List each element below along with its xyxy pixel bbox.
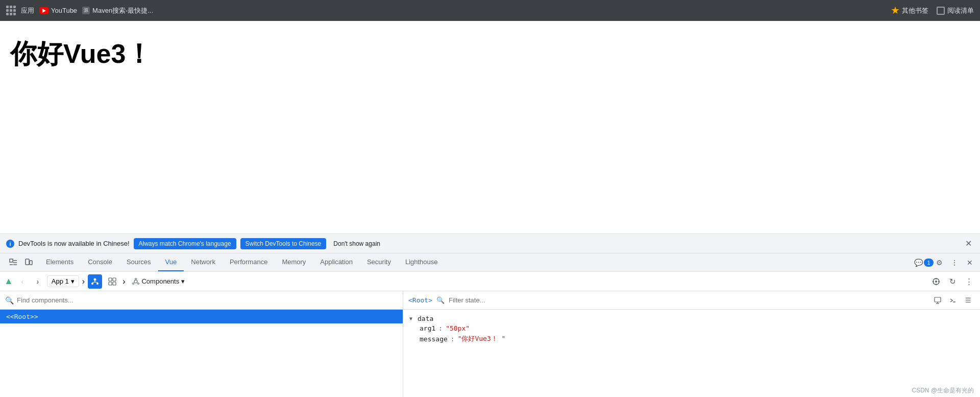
settings-button[interactable]: ⚙ [932,255,946,270]
svg-point-4 [91,283,93,285]
message-value: "你好Vue3！ " [458,334,506,343]
svg-rect-11 [109,282,112,285]
app-selector-label: App 1 [52,277,69,285]
reading-list-item[interactable]: 阅读清单 [937,6,974,15]
bar-right: 其他书签 阅读清单 [891,6,974,15]
vue-more-options-button[interactable]: ⋮ [962,274,976,289]
tab-performance[interactable]: Performance [223,253,275,271]
back-button[interactable]: ‹ [16,275,29,288]
app-selector[interactable]: App 1 ▾ [47,275,79,287]
app-selector-chevron-icon: ▾ [71,277,75,285]
arg1-row: arg1 : "50px" [409,323,974,333]
svg-rect-9 [109,278,112,281]
switch-to-chinese-button[interactable]: Switch DevTools to Chinese [240,238,327,249]
open-in-editor-button[interactable] [931,294,944,307]
tab-network[interactable]: Network [184,253,223,271]
banner-info-text: DevTools is now available in Chinese! [18,240,130,247]
youtube-bookmark[interactable]: YouTube [39,7,77,14]
info-icon: i [6,240,14,248]
tab-vue[interactable]: Vue [158,253,184,271]
component-list: <<Root>> [0,310,403,397]
selected-component-tag: <Root> [408,296,432,304]
scroll-into-view-button[interactable]: ☰ [962,294,975,307]
svg-rect-12 [113,282,116,285]
devtools-left-icons [3,253,39,271]
apps-label[interactable]: 应用 [21,6,34,15]
root-component-row[interactable]: <<Root>> [0,310,403,323]
youtube-icon [39,7,48,14]
close-devtools-button[interactable]: ✕ [963,255,977,270]
svg-point-3 [94,278,96,281]
svg-point-18 [935,281,937,283]
svg-rect-0 [10,259,13,262]
browser-apps: 应用 YouTube 源 Maven搜索-最快捷... [6,6,153,15]
banner-close-button[interactable]: ✕ [963,239,974,248]
svg-rect-1 [26,259,29,265]
svg-point-13 [134,280,137,283]
watermark: CSDN @生命是有光的 [912,386,974,395]
devtools-right-icons: 💬 1 ⚙ ⋮ ✕ [917,253,980,271]
svg-rect-23 [935,297,941,302]
svg-line-8 [95,282,97,283]
filter-icon: 🔍 [436,296,445,304]
data-section-label: data [418,315,433,322]
tab-console[interactable]: Console [81,253,119,271]
state-tree: ▼ data arg1 : "50px" message : "你好Vue3！ … [403,310,980,348]
message-row: message : "你好Vue3！ " [409,333,974,344]
console-badge-button[interactable]: 💬 1 [917,255,931,270]
svg-point-16 [138,283,139,284]
inspect-element-button[interactable] [6,255,20,270]
devtools-body: 🔍 <<Root>> <Root> 🔍 [0,291,980,397]
components-button[interactable]: Components ▾ [128,275,189,287]
svg-rect-2 [30,261,32,265]
svg-line-7 [92,282,95,283]
data-section-row: ▼ data [409,314,974,323]
right-panel-icons: ☰ [931,294,975,307]
reading-list-icon [937,7,945,15]
page-title: 你好Vue3！ [10,36,152,72]
arg1-colon: : [438,324,443,332]
apps-icon[interactable] [6,6,16,15]
component-search-bar: 🔍 [0,291,403,310]
vue-toolbar: ▲ ‹ › App 1 ▾ › › [0,272,980,291]
component-grid-view-button[interactable] [105,274,119,289]
tab-security[interactable]: Security [360,253,398,271]
right-panel: <Root> 🔍 [403,291,980,397]
dont-show-again-button[interactable]: Don't show again [330,238,383,249]
vue-logo: ▲ [4,276,13,287]
info-banner: i DevTools is now available in Chinese! … [0,234,980,253]
component-tree-view-button[interactable] [88,274,102,289]
devtools-tabs: Elements Console Sources Vue Network Per… [0,253,980,272]
filter-state-input[interactable] [449,296,686,304]
svg-point-15 [133,283,134,284]
open-in-console-button[interactable] [946,294,960,307]
device-toolbar-button[interactable] [21,255,36,270]
maven-bookmark[interactable]: 源 Maven搜索-最快捷... [82,6,153,15]
tab-sources[interactable]: Sources [119,253,158,271]
components-chevron-icon: ▾ [181,277,185,285]
message-colon: : [451,335,455,343]
scroll-to-component-button[interactable] [929,274,943,289]
bookmark-star-icon [891,7,899,15]
separator-1: › [82,277,85,286]
arg1-key: arg1 [420,324,435,332]
tab-elements[interactable]: Elements [39,253,81,271]
vue-right-icons: ↻ ⋮ [929,274,976,289]
devtools-panel: i DevTools is now available in Chinese! … [0,233,980,397]
svg-rect-10 [113,278,116,281]
search-icon: 🔍 [5,296,14,305]
tab-lighthouse[interactable]: Lighthouse [398,253,445,271]
always-match-language-button[interactable]: Always match Chrome's language [134,238,236,249]
separator-2: › [122,277,125,286]
find-components-input[interactable] [17,296,398,304]
right-panel-header: <Root> 🔍 [403,291,980,310]
tab-application[interactable]: Application [313,253,360,271]
tab-memory[interactable]: Memory [275,253,313,271]
refresh-button[interactable]: ↻ [945,274,960,289]
forward-button[interactable]: › [32,275,44,288]
bookmarks-item[interactable]: 其他书签 [891,6,928,15]
data-collapse-arrow[interactable]: ▼ [409,316,415,321]
more-options-button[interactable]: ⋮ [947,255,962,270]
message-key: message [420,335,448,343]
left-panel: 🔍 <<Root>> [0,291,403,397]
